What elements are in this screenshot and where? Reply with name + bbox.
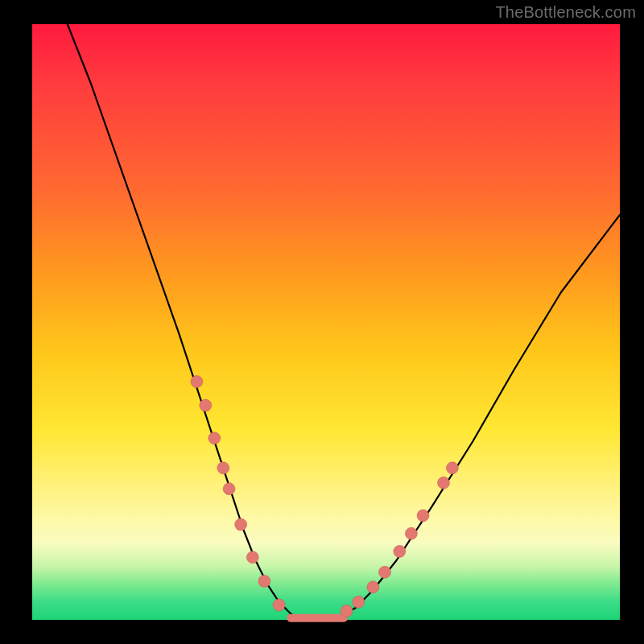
bottleneck-curve [68, 24, 620, 620]
curve-dot [191, 376, 203, 388]
curve-dot [353, 596, 365, 608]
curve-dot [273, 599, 285, 611]
curve-dots-left [191, 376, 285, 612]
watermark-text: TheBottleneck.com [495, 3, 636, 22]
curve-dot [235, 518, 247, 530]
curve-dots-right [341, 462, 458, 617]
curve-dot [379, 566, 391, 578]
curve-dot [446, 462, 458, 474]
curve-dot [341, 605, 353, 617]
curve-dot [438, 477, 450, 489]
curve-dot [258, 575, 270, 587]
chart-svg [32, 24, 620, 620]
chart-frame: TheBottleneck.com [0, 0, 644, 644]
curve-dot [367, 581, 379, 593]
curve-dot [246, 551, 258, 564]
curve-dot [208, 432, 221, 444]
curve-dot [405, 527, 417, 539]
curve-dot [394, 545, 406, 557]
curve-dot [200, 399, 212, 411]
curve-dot [217, 462, 229, 474]
curve-dot [417, 510, 429, 522]
plot-area [32, 24, 620, 620]
curve-dot [223, 483, 235, 495]
